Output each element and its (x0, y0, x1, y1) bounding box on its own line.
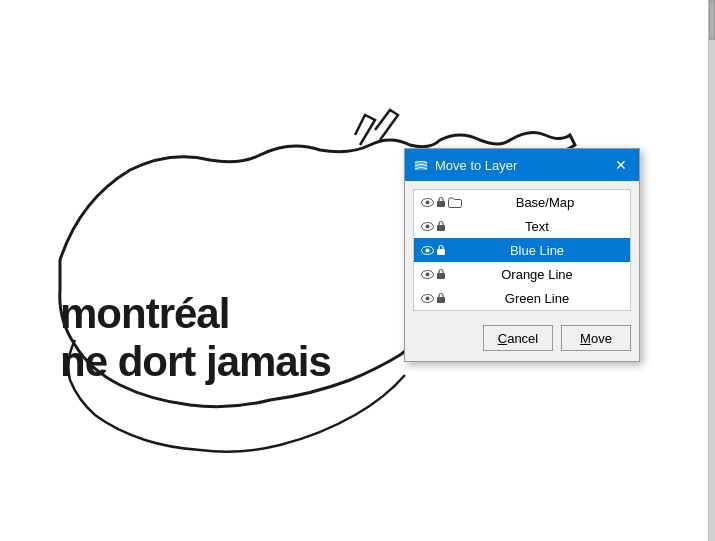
eye-icon-blue-line (420, 245, 434, 255)
dialog-title-text: Move to Layer (435, 158, 611, 173)
svg-point-5 (425, 224, 429, 228)
svg-rect-9 (437, 249, 445, 255)
layer-item-orange-line[interactable]: Orange Line (414, 262, 630, 286)
layer-icons-base-map (420, 196, 462, 208)
svg-point-8 (425, 248, 429, 252)
layer-item-green-line[interactable]: Green Line (414, 286, 630, 310)
dialog-titlebar: Move to Layer ✕ (405, 149, 639, 181)
layer-name-orange-line: Orange Line (450, 267, 624, 282)
layer-item-blue-line[interactable]: Blue Line (414, 238, 630, 262)
lock-icon-base-map (436, 196, 446, 208)
lock-icon-green-line (436, 292, 446, 304)
svg-point-14 (425, 296, 429, 300)
svg-rect-3 (437, 201, 445, 207)
svg-point-11 (425, 272, 429, 276)
lock-icon-text (436, 220, 446, 232)
lock-icon-orange-line (436, 268, 446, 280)
layer-item-text[interactable]: Text (414, 214, 630, 238)
lock-icon-blue-line (436, 244, 446, 256)
folder-icon-base-map (448, 196, 462, 208)
dialog-close-button[interactable]: ✕ (611, 155, 631, 175)
cancel-button[interactable]: Cancel (483, 325, 553, 351)
layer-list: Base/Map Text (413, 189, 631, 311)
eye-icon-base-map (420, 197, 434, 207)
layer-icons-green-line (420, 292, 446, 304)
svg-rect-15 (437, 297, 445, 303)
scrollbar-track[interactable] (708, 0, 715, 541)
move-to-layer-dialog: Move to Layer ✕ Base/Map (404, 148, 640, 362)
layer-icons-text (420, 220, 446, 232)
map-label-line1: montréal (60, 290, 331, 338)
eye-icon-text (420, 221, 434, 231)
layer-name-blue-line: Blue Line (450, 243, 624, 258)
layer-name-green-line: Green Line (450, 291, 624, 306)
eye-icon-green-line (420, 293, 434, 303)
move-button[interactable]: Move (561, 325, 631, 351)
layer-icons-blue-line (420, 244, 446, 256)
layer-item-base-map[interactable]: Base/Map (414, 190, 630, 214)
map-label: montréal ne dort jamais (60, 290, 331, 387)
layer-icons-orange-line (420, 268, 446, 280)
cancel-label: Cancel (498, 331, 538, 346)
scrollbar-thumb[interactable] (709, 0, 715, 40)
svg-rect-12 (437, 273, 445, 279)
layer-name-text: Text (450, 219, 624, 234)
map-label-line2: ne dort jamais (60, 338, 331, 386)
dialog-buttons: Cancel Move (405, 319, 639, 361)
svg-rect-6 (437, 225, 445, 231)
dialog-title-icon (413, 157, 429, 173)
layer-name-base-map: Base/Map (466, 195, 624, 210)
eye-icon-orange-line (420, 269, 434, 279)
svg-point-2 (425, 200, 429, 204)
move-label: Move (580, 331, 612, 346)
